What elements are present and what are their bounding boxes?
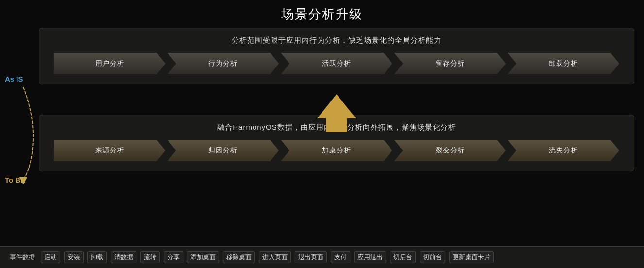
- strip-item: 进入页面: [259, 251, 291, 263]
- strip-item: 切前台: [420, 251, 445, 263]
- strip-item: 安装: [64, 251, 84, 263]
- to-be-arrow-item[interactable]: 归因分析: [168, 140, 279, 161]
- bottom-strip: 事件数据 启动安装卸载清数据流转分享添加桌面移除桌面进入页面退出页面支付应用退出…: [0, 246, 644, 268]
- main-content: 分析范围受限于应用内行为分析，缺乏场景化的全局分析能力 用户分析行为分析活跃分析…: [0, 28, 644, 171]
- as-is-arrow-item[interactable]: 活跃分析: [281, 53, 392, 74]
- page-title: 场景分析升级: [0, 0, 644, 28]
- strip-item: 启动: [41, 251, 60, 263]
- as-is-arrow-row: 用户分析行为分析活跃分析留存分析卸载分析: [54, 53, 619, 74]
- to-be-arrow-item[interactable]: 裂变分析: [394, 140, 506, 161]
- strip-label: 事件数据: [10, 253, 35, 262]
- as-is-arrow-item[interactable]: 卸载分析: [508, 53, 619, 74]
- as-is-arrow-item[interactable]: 用户分析: [54, 53, 166, 74]
- as-is-arrow-item[interactable]: 行为分析: [168, 53, 279, 74]
- strip-item: 支付: [331, 251, 350, 263]
- strip-item: 切后台: [390, 251, 416, 263]
- as-is-label: As IS: [5, 75, 23, 83]
- strip-item: 流转: [140, 251, 160, 263]
- strip-item: 退出页面: [295, 251, 327, 263]
- to-be-arrow-item[interactable]: 加桌分析: [281, 140, 392, 161]
- strip-item: 清数据: [111, 251, 136, 263]
- strip-item: 分享: [164, 251, 183, 263]
- strip-item: 更新桌面卡片: [449, 251, 494, 263]
- to-be-label: To BE: [5, 176, 25, 184]
- to-be-arrow-row: 来源分析归因分析加桌分析裂变分析流失分析: [54, 140, 619, 161]
- strip-item: 卸载: [87, 251, 107, 263]
- strip-item: 添加桌面: [187, 251, 219, 263]
- as-is-arrow-item[interactable]: 留存分析: [394, 53, 506, 74]
- as-is-panel: 分析范围受限于应用内行为分析，缺乏场景化的全局分析能力 用户分析行为分析活跃分析…: [39, 28, 634, 84]
- strip-item: 移除桌面: [223, 251, 255, 263]
- to-be-arrow-item[interactable]: 流失分析: [508, 140, 619, 161]
- to-be-arrow-item[interactable]: 来源分析: [54, 140, 166, 161]
- strip-item: 应用退出: [354, 251, 386, 263]
- big-upward-arrow: [317, 94, 356, 118]
- strip-items: 启动安装卸载清数据流转分享添加桌面移除桌面进入页面退出页面支付应用退出切后台切前…: [41, 251, 494, 263]
- as-is-description: 分析范围受限于应用内行为分析，缺乏场景化的全局分析能力: [54, 36, 619, 45]
